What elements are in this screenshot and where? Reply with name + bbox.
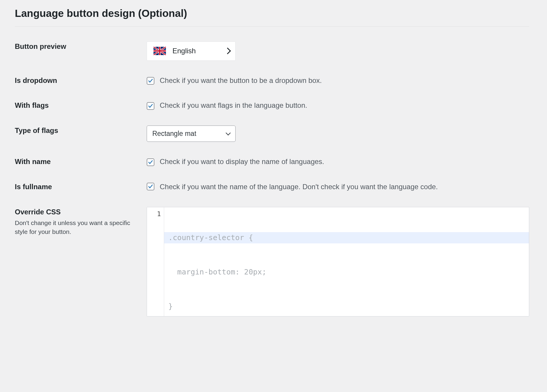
row-override-css: Override CSS Don't change it unless you … [0, 192, 547, 317]
label-override-css: Override CSS [15, 207, 141, 217]
desc-is-dropdown: Check if you want the button to be a dro… [160, 75, 322, 86]
row-button-preview: Button preview English [0, 27, 547, 61]
language-name: English [172, 46, 219, 56]
editor-gutter: 1 [147, 207, 164, 316]
uk-flag-icon [153, 47, 166, 55]
desc-with-flags: Check if you want flags in the language … [160, 100, 307, 111]
row-with-name: With name Check if you want to display t… [0, 142, 547, 167]
checkbox-is-dropdown[interactable] [147, 77, 154, 85]
desc-with-name: Check if you want to display the name of… [160, 157, 324, 167]
label-is-fullname: Is fullname [15, 182, 141, 192]
row-type-of-flags: Type of flags Rectangle mat [0, 111, 547, 142]
label-with-flags: With flags [15, 100, 141, 111]
section-title: Language button design (Optional) [15, 6, 547, 21]
svg-rect-4 [153, 50, 166, 52]
select-type-of-flags[interactable]: Rectangle mat [147, 126, 236, 142]
language-preview-button[interactable]: English [147, 41, 236, 61]
row-is-fullname: Is fullname Check if you want the name o… [0, 167, 547, 192]
label-is-dropdown: Is dropdown [15, 75, 141, 86]
chevron-down-icon [226, 130, 231, 135]
label-button-preview: Button preview [15, 41, 141, 52]
desc-is-fullname: Check if you want the name of the langua… [160, 182, 438, 192]
row-with-flags: With flags Check if you want flags in th… [0, 86, 547, 111]
sublabel-override-css: Don't change it unless you want a specif… [15, 219, 141, 237]
code-line: margin-bottom: 20px; [164, 266, 529, 278]
label-with-name: With name [15, 157, 141, 167]
checkbox-is-fullname[interactable] [147, 183, 154, 190]
checkbox-with-flags[interactable] [147, 102, 154, 110]
code-line: } [164, 301, 529, 312]
line-number: 1 [147, 209, 161, 219]
checkbox-with-name[interactable] [147, 158, 154, 166]
select-value: Rectangle mat [152, 129, 196, 139]
css-code-editor[interactable]: 1 .country-selector { margin-bottom: 20p… [147, 207, 529, 317]
code-line: .country-selector { [164, 232, 529, 244]
editor-body[interactable]: .country-selector { margin-bottom: 20px;… [164, 207, 529, 316]
label-type-of-flags: Type of flags [15, 126, 141, 136]
row-is-dropdown: Is dropdown Check if you want the button… [0, 61, 547, 86]
chevron-right-icon [224, 48, 231, 54]
